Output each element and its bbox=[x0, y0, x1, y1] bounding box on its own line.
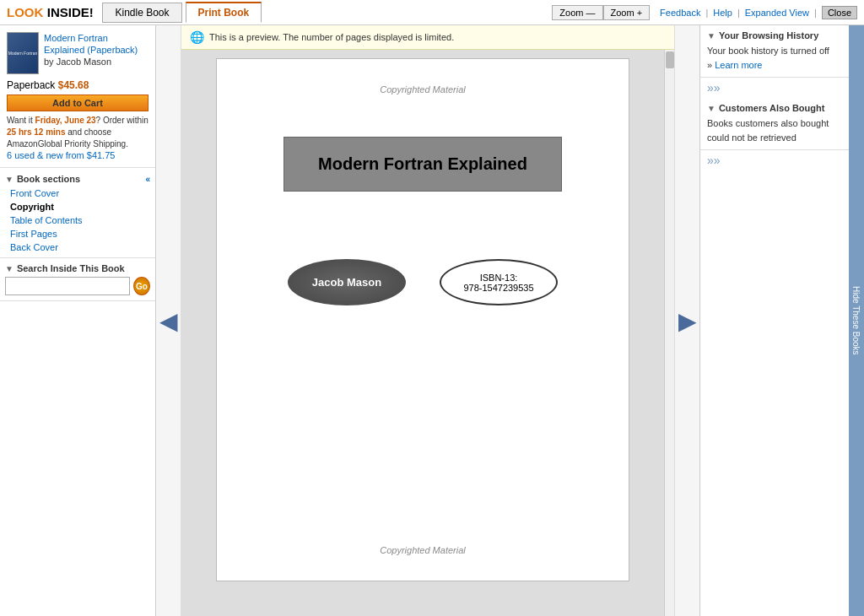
right-arrow-icon: ▶ bbox=[678, 307, 697, 335]
used-new-link[interactable]: 6 used & new from $41.75 bbox=[7, 150, 148, 160]
browsing-history-label: Your Browsing History bbox=[719, 30, 818, 41]
isbn-value: 978-1547239535 bbox=[463, 283, 533, 293]
scrollbar[interactable] bbox=[664, 50, 674, 616]
copyrighted-bottom: Copyrighted Material bbox=[380, 520, 466, 555]
search-inside-label: Search Inside This Book bbox=[17, 263, 125, 273]
book-sections: ▼ Book sections « Front Cover Copyright … bbox=[0, 168, 155, 258]
book-price: $45.68 bbox=[58, 79, 89, 91]
search-input[interactable] bbox=[5, 277, 130, 295]
search-inside-header: ▼ Search Inside This Book bbox=[5, 263, 150, 273]
book-sections-label: Book sections bbox=[17, 174, 80, 184]
book-thumbnail: Modern Fortran bbox=[7, 32, 39, 74]
book-title: Modern Fortran Explained (Paperback) bbox=[44, 32, 148, 57]
left-sidebar: Modern Fortran Modern Fortran Explained … bbox=[0, 25, 156, 616]
inside-text: INSIDE! bbox=[47, 5, 94, 19]
section-copyright[interactable]: Copyright bbox=[7, 200, 155, 213]
book-title-box: Modern Fortran Explained bbox=[284, 137, 562, 192]
add-to-cart-button[interactable]: Add to Cart bbox=[7, 95, 148, 111]
browsing-collapse-icon: ▼ bbox=[707, 31, 716, 41]
copyrighted-top: Copyrighted Material bbox=[380, 84, 466, 95]
delivery-time: 25 hrs 12 mins bbox=[7, 127, 65, 137]
section-list: Front Cover Copyright Table of Contents … bbox=[0, 186, 155, 254]
book-format: Paperback bbox=[7, 79, 55, 91]
kindle-tab[interactable]: Kindle Book bbox=[102, 3, 181, 23]
top-bar: LOOK INSIDE! Kindle Book Print Book Zoom… bbox=[0, 0, 864, 25]
ovals-row: Jacob Mason ISBN-13: 978-1547239535 bbox=[271, 259, 575, 305]
search-go-button[interactable]: Go bbox=[133, 277, 150, 295]
browsing-history-body: Your book history is turned off » Learn … bbox=[707, 44, 842, 72]
scrollbar-thumb[interactable] bbox=[666, 51, 674, 68]
help-link[interactable]: Help bbox=[713, 8, 732, 18]
right-arrow-top: »» bbox=[700, 78, 849, 98]
author-oval: Jacob Mason bbox=[288, 259, 406, 305]
book-format-row: Paperback $45.68 bbox=[7, 79, 148, 91]
delivery-day: Friday, June 23 bbox=[35, 116, 96, 125]
next-page-button[interactable]: ▶ bbox=[674, 25, 699, 616]
left-arrow-icon: ◀ bbox=[159, 307, 178, 335]
isbn-oval: ISBN-13: 978-1547239535 bbox=[440, 259, 558, 305]
top-links: Feedback | Help | Expanded View | Close bbox=[660, 6, 857, 19]
section-toc[interactable]: Table of Contents bbox=[7, 213, 155, 227]
book-page: Copyrighted Material Modern Fortran Expl… bbox=[216, 58, 629, 581]
preview-text: This is a preview. The number of pages d… bbox=[209, 32, 454, 42]
delivery-method: AmazonGlobal Priority Shipping. bbox=[7, 139, 128, 149]
search-collapse-icon: ▼ bbox=[5, 264, 14, 273]
look-text: LOOK bbox=[7, 5, 43, 19]
customers-header: ▼ Customers Also Bought bbox=[707, 103, 842, 113]
close-button[interactable]: Close bbox=[822, 6, 857, 19]
zoom-in-button[interactable]: Zoom + bbox=[603, 5, 651, 20]
section-first-pages[interactable]: First Pages bbox=[7, 227, 155, 240]
book-author: by Jacob Mason bbox=[44, 57, 148, 67]
collapse-icon: ▼ bbox=[5, 175, 14, 184]
customers-collapse-icon: ▼ bbox=[707, 104, 716, 113]
prev-page-button[interactable]: ◀ bbox=[156, 25, 181, 616]
browsing-history-status: Your book history is turned off bbox=[707, 44, 842, 58]
book-info-row: Modern Fortran Modern Fortran Explained … bbox=[7, 32, 148, 74]
feedback-link[interactable]: Feedback bbox=[660, 8, 700, 18]
search-row: Go bbox=[5, 277, 150, 295]
book-title-info: Modern Fortran Explained (Paperback) by … bbox=[44, 32, 148, 74]
search-inside: ▼ Search Inside This Book Go bbox=[0, 258, 155, 301]
main-layout: Modern Fortran Modern Fortran Explained … bbox=[0, 25, 864, 616]
book-display: 🌐 This is a preview. The number of pages… bbox=[181, 25, 674, 616]
expanded-view-link[interactable]: Expanded View bbox=[745, 8, 809, 18]
print-tab[interactable]: Print Book bbox=[186, 2, 262, 23]
browsing-history-header: ▼ Your Browsing History bbox=[707, 30, 842, 41]
right-arrow-bottom: »» bbox=[700, 150, 849, 170]
hide-books-bar[interactable]: Hide These Books bbox=[849, 25, 864, 616]
learn-more-link[interactable]: Learn more bbox=[715, 60, 762, 70]
customers-also-bought-section: ▼ Customers Also Bought Books customers … bbox=[700, 98, 849, 150]
book-title-display: Modern Fortran Explained bbox=[318, 154, 527, 173]
right-content: ▼ Your Browsing History Your book histor… bbox=[700, 25, 849, 616]
look-inside-logo: LOOK INSIDE! bbox=[7, 5, 94, 20]
book-pages-area: Copyrighted Material Modern Fortran Expl… bbox=[181, 50, 664, 616]
isbn-label: ISBN-13: bbox=[463, 273, 533, 283]
info-icon: 🌐 bbox=[190, 30, 204, 44]
customers-body: Books customers also bought could not be… bbox=[707, 116, 842, 144]
preview-banner: 🌐 This is a preview. The number of pages… bbox=[181, 25, 674, 50]
right-inner: ▼ Your Browsing History Your book histor… bbox=[700, 25, 864, 616]
sections-arrow: « bbox=[145, 175, 150, 184]
section-front-cover[interactable]: Front Cover bbox=[7, 186, 155, 200]
book-info: Modern Fortran Modern Fortran Explained … bbox=[0, 25, 155, 168]
customers-label: Customers Also Bought bbox=[719, 103, 825, 113]
browsing-history-section: ▼ Your Browsing History Your book histor… bbox=[700, 25, 849, 78]
right-panel: ▼ Your Browsing History Your book histor… bbox=[699, 25, 864, 616]
section-back-cover[interactable]: Back Cover bbox=[7, 240, 155, 254]
zoom-out-button[interactable]: Zoom — bbox=[552, 5, 602, 20]
book-sections-header[interactable]: ▼ Book sections « bbox=[0, 171, 155, 186]
delivery-info: Want it Friday, June 23? Order within 25… bbox=[7, 115, 148, 150]
zoom-controls: Zoom — Zoom + bbox=[552, 5, 650, 20]
